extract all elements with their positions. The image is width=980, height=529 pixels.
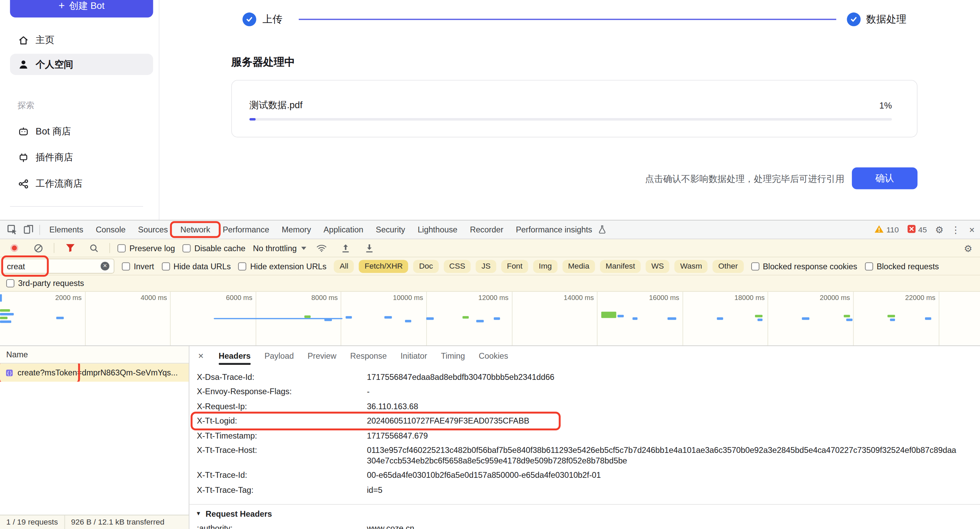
devtools-tab-performance-insights[interactable]: Performance insights [509, 220, 612, 239]
step2-check-icon [847, 13, 861, 26]
filter-pill-media[interactable]: Media [562, 260, 595, 273]
devtools-tab-console[interactable]: Console [89, 220, 132, 239]
filter-pill-wasm[interactable]: Wasm [675, 260, 708, 273]
sidebar-item-workflow-store[interactable]: 工作流商店 [10, 173, 153, 194]
sidebar-item-home[interactable]: 主页 [10, 29, 153, 51]
bot-store-label: Bot 商店 [35, 125, 71, 137]
devtools-tab-application[interactable]: Application [317, 220, 369, 239]
devtools-tab-elements[interactable]: Elements [43, 220, 89, 239]
blocked-requests-checkbox[interactable] [865, 262, 873, 270]
confirm-button[interactable]: 确认 [852, 168, 918, 189]
clear-filter-icon[interactable]: × [101, 262, 110, 271]
filter-input[interactable]: creat × [2, 259, 114, 274]
disable-cache-checkbox[interactable] [182, 244, 191, 252]
timeline-bar [632, 318, 638, 320]
sidebar-item-personal-space[interactable]: 个人空间 [10, 54, 153, 75]
devtools-tab-network[interactable]: Network [174, 220, 216, 239]
hide-extension-urls-checkbox[interactable] [238, 262, 247, 270]
timeline-bar [345, 316, 352, 318]
throttling-dropdown[interactable]: No throttling [253, 243, 306, 253]
third-party-requests-checkbox[interactable] [6, 279, 14, 288]
filter-funnel-icon[interactable] [62, 240, 78, 256]
create-bot-button[interactable]: + 创建 Bot [10, 0, 153, 17]
header-value: 36.110.163.68 [367, 401, 958, 411]
file-card: 测试数据.pdf 1% [231, 80, 918, 137]
close-details-icon[interactable]: × [198, 350, 204, 361]
error-count[interactable]: 45 [903, 225, 931, 235]
filter-pill-img[interactable]: Img [533, 260, 557, 273]
details-tab-initiator[interactable]: Initiator [401, 351, 427, 360]
network-conditions-icon[interactable] [313, 240, 330, 256]
invert-toggle[interactable]: Invert [122, 261, 154, 271]
filter-pill-ws[interactable]: WS [646, 260, 670, 273]
create-bot-label: 创建 Bot [69, 0, 105, 12]
filter-pill-other[interactable]: Other [713, 260, 743, 273]
filter-pill-css[interactable]: CSS [444, 260, 471, 273]
request-name: create?msToken=dmprN863Qm-SeVmYqs... [18, 368, 178, 377]
blocked-response-cookies-toggle[interactable]: Blocked response cookies [751, 261, 857, 271]
request-headers-title: Request Headers [205, 509, 272, 518]
requests-pane: Name {} create?msToken=dmprN863Qm-SeVmYq… [0, 346, 189, 529]
devtools-tab-sources[interactable]: Sources [132, 220, 174, 239]
response-header-row: X-Tt-Trace-Id: 00-e65da4fe03010b2f6a5e0d… [189, 468, 980, 483]
sidebar-item-bot-store[interactable]: Bot 商店 [10, 121, 153, 141]
devtools-tab-security[interactable]: Security [369, 220, 412, 239]
requests-name-header[interactable]: Name [0, 346, 189, 364]
devtools-tab-recorder[interactable]: Recorder [464, 220, 509, 239]
devtools-tab-memory[interactable]: Memory [275, 220, 318, 239]
devtools-close-icon[interactable]: × [964, 221, 980, 238]
details-tab-cookies[interactable]: Cookies [479, 351, 508, 360]
filter-pill-font[interactable]: Font [501, 260, 528, 273]
kebab-menu-icon[interactable]: ⋮ [948, 221, 964, 238]
network-toolbar: Preserve log Disable cache No throttling… [0, 239, 980, 257]
timeline-bar [890, 318, 895, 321]
devtools-tab-performance[interactable]: Performance [216, 220, 275, 239]
preserve-log-toggle[interactable]: Preserve log [118, 243, 175, 253]
response-header-row: X-Tt-Timestamp: 1717556847.679 [189, 429, 980, 443]
devtools-tab-lighthouse[interactable]: Lighthouse [412, 220, 464, 239]
search-icon[interactable] [86, 240, 102, 256]
network-overview-timeline[interactable]: 2000 ms4000 ms6000 ms8000 ms10000 ms1200… [0, 292, 980, 346]
details-tab-preview[interactable]: Preview [308, 351, 337, 360]
clear-icon[interactable] [30, 240, 46, 256]
network-settings-gear-icon[interactable]: ⚙ [960, 241, 976, 257]
invert-checkbox[interactable] [122, 262, 130, 270]
request-headers-section[interactable]: ▼ Request Headers [189, 504, 980, 521]
details-tab-timing[interactable]: Timing [441, 351, 465, 360]
timeline-bar [385, 316, 392, 318]
sidebar-item-plugin-store[interactable]: 插件商店 [10, 147, 153, 168]
filter-pill-manifest[interactable]: Manifest [600, 260, 641, 273]
disable-cache-toggle[interactable]: Disable cache [182, 243, 245, 253]
record-icon[interactable] [6, 240, 22, 256]
settings-gear-icon[interactable]: ⚙ [931, 221, 948, 238]
details-tab-response[interactable]: Response [350, 351, 387, 360]
filter-pill-fetch-xhr[interactable]: Fetch/XHR [359, 260, 408, 273]
import-har-icon[interactable] [361, 240, 377, 256]
request-details-pane: × Headers Payload Preview Response Initi… [189, 346, 980, 529]
blocked-response-cookies-checkbox[interactable] [751, 262, 759, 270]
blocked-requests-toggle[interactable]: Blocked requests [865, 261, 939, 271]
blocked-requests-label: Blocked requests [877, 261, 939, 271]
hide-data-urls-checkbox[interactable] [162, 262, 170, 270]
explore-section-label: 探索 [18, 100, 34, 111]
preserve-log-checkbox[interactable] [118, 244, 126, 252]
filter-pill-doc[interactable]: Doc [414, 260, 439, 273]
header-name: X-Request-Ip: [197, 401, 367, 411]
filter-pill-all[interactable]: All [334, 260, 354, 273]
response-header-row: X-Tt-Trace-Tag: id=5 [189, 483, 980, 497]
hide-extension-urls-toggle[interactable]: Hide extension URLs [238, 261, 326, 271]
filter-pill-js[interactable]: JS [476, 260, 496, 273]
details-tab-payload[interactable]: Payload [264, 351, 294, 360]
hide-data-urls-toggle[interactable]: Hide data URLs [162, 261, 231, 271]
export-har-icon[interactable] [337, 240, 354, 256]
home-label: 主页 [35, 34, 54, 46]
preserve-log-label: Preserve log [129, 243, 175, 253]
warning-count[interactable]: 110 [870, 225, 903, 235]
workflow-store-label: 工作流商店 [35, 178, 82, 190]
inspect-icon[interactable] [4, 221, 20, 238]
third-party-requests-toggle[interactable]: 3rd-party requests [6, 278, 84, 288]
timeline-bar [0, 309, 10, 311]
request-row[interactable]: {} create?msToken=dmprN863Qm-SeVmYqs... [0, 364, 189, 381]
device-toolbar-icon[interactable] [20, 221, 37, 238]
details-tab-headers[interactable]: Headers [218, 351, 251, 360]
